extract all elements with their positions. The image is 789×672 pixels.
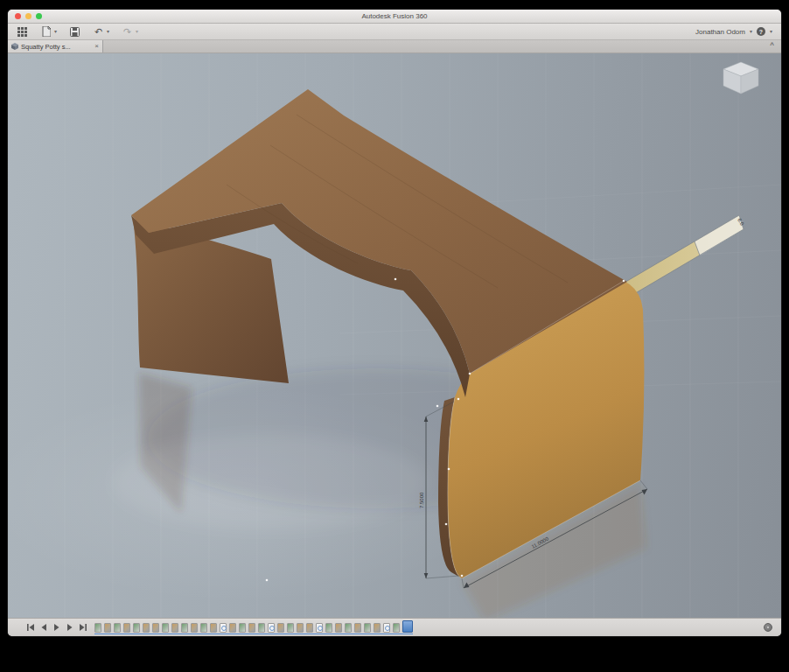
timeline-feature-extrude-icon[interactable] [143,623,150,633]
user-menu-caret-icon[interactable]: ▾ [750,29,752,34]
timeline-feature-sketch-icon[interactable] [345,623,352,633]
quick-access-toolbar: ▾ ↶ ▾ ↷ ▾ Jonathan Odom ▾ ? ▾ [8,24,781,40]
timeline-feature-extrude-icon[interactable] [354,623,361,633]
timeline-feature-sketch-icon[interactable] [200,623,207,633]
timeline-feature-extrude-icon[interactable] [297,623,304,633]
app-grid-icon[interactable] [17,26,28,38]
timeline-feature-extrude-icon[interactable] [104,623,111,633]
timeline-feature-extrude-icon[interactable] [152,623,159,633]
timeline-feature-sketch-icon[interactable] [239,623,246,633]
undo-caret-icon[interactable]: ▾ [107,29,109,34]
timeline-feature-circle-icon[interactable] [268,623,275,633]
undo-icon[interactable]: ↶ [93,26,104,38]
timeline-feature-sketch-icon[interactable] [114,623,121,633]
step-forward-button[interactable] [65,623,74,633]
timeline-feature-sketch-icon[interactable] [393,623,400,633]
document-cube-icon [11,43,18,50]
timeline-bar [8,618,781,636]
timeline-feature-extrude-icon[interactable] [171,623,178,633]
file-new-icon[interactable] [40,26,52,38]
window-title: Autodesk Fusion 360 [8,12,781,20]
file-menu-caret-icon[interactable]: ▾ [54,29,57,34]
timeline-features [94,620,413,634]
timeline-feature-extrude-icon[interactable] [210,623,217,633]
document-tab-label: Squatty Potty s... [21,43,71,51]
timeline-feature-sketch-icon[interactable] [162,623,169,633]
redo-caret-icon[interactable]: ▾ [136,29,138,34]
document-tabbar: Squatty Potty s... × ^ [8,40,781,53]
close-tab-icon[interactable]: × [94,43,99,50]
go-to-start-button[interactable] [25,623,35,633]
chevron-up-icon[interactable]: ^ [770,41,774,49]
timeline-feature-extrude-icon[interactable] [306,623,313,633]
screen: { "window": { "title": "Autodesk Fusion … [0,0,789,672]
timeline-playback-controls [25,623,87,633]
timeline-feature-sketch-icon[interactable] [181,623,188,633]
timeline-feature-circle-icon[interactable] [316,623,323,633]
timeline-feature-sketch-icon[interactable] [258,623,265,633]
gear-icon[interactable] [764,623,772,632]
timeline-feature-sketch-icon[interactable] [325,623,332,633]
document-tab[interactable]: Squatty Potty s... × [8,40,103,52]
timeline-feature-sketch-icon[interactable] [94,623,101,633]
help-caret-icon[interactable]: ▾ [770,29,772,34]
tape-strip[interactable] [623,215,744,298]
timeline-feature-extrude-icon[interactable] [191,623,198,633]
titlebar: Autodesk Fusion 360 [8,10,781,24]
step-back-button[interactable] [38,623,48,633]
timeline-feature-circle-icon[interactable] [383,623,390,633]
timeline-feature-sketch-icon[interactable] [133,623,140,633]
user-menu[interactable]: Jonathan Odom [695,28,745,36]
redo-icon[interactable]: ↷ [122,26,133,38]
timeline-feature-extrude-icon[interactable] [123,623,130,633]
app-window: Autodesk Fusion 360 ▾ [8,10,781,636]
timeline-feature-extrude-icon[interactable] [277,623,284,633]
timeline-feature-marker-icon[interactable] [402,620,413,633]
model-canvas: 6.0 [8,53,781,618]
help-icon[interactable]: ? [757,27,765,36]
model-viewport[interactable]: 6.0 [8,53,781,618]
timeline-feature-extrude-icon[interactable] [229,623,236,633]
go-to-end-button[interactable] [78,623,87,633]
play-button[interactable] [52,623,61,633]
save-icon[interactable] [69,26,80,38]
dimension-height-label: 7.5000 [419,492,424,508]
timeline-feature-sketch-icon[interactable] [364,623,371,633]
view-cube[interactable] [723,62,758,94]
timeline-feature-extrude-icon[interactable] [374,623,381,633]
timeline-feature-extrude-icon[interactable] [335,623,342,633]
timeline-feature-extrude-icon[interactable] [248,623,255,633]
timeline-feature-sketch-icon[interactable] [287,623,294,633]
timeline-feature-circle-icon[interactable] [220,623,227,633]
